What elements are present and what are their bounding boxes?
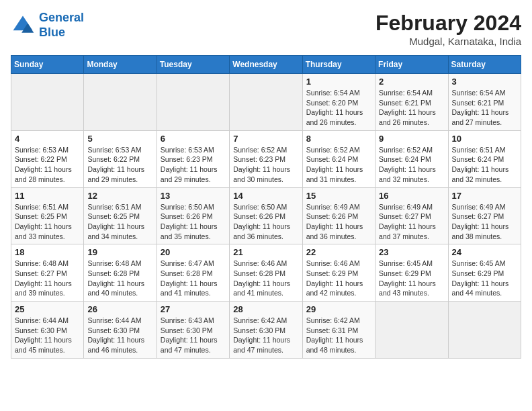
calendar-cell: 1Sunrise: 6:54 AMSunset: 6:20 PMDaylight… (302, 74, 375, 131)
logo-line1: General (39, 11, 84, 24)
day-info: Sunrise: 6:49 AMSunset: 6:26 PMDaylight:… (306, 202, 371, 242)
day-number: 9 (379, 134, 444, 144)
calendar-cell (11, 74, 84, 131)
calendar-cell: 21Sunrise: 6:46 AMSunset: 6:28 PMDayligh… (230, 244, 302, 302)
day-number: 13 (161, 191, 226, 201)
day-number: 3 (452, 77, 517, 87)
day-number: 20 (161, 247, 226, 257)
calendar-cell: 25Sunrise: 6:44 AMSunset: 6:30 PMDayligh… (11, 302, 84, 359)
day-number: 16 (379, 191, 444, 201)
day-info: Sunrise: 6:46 AMSunset: 6:28 PMDaylight:… (233, 259, 298, 298)
day-info: Sunrise: 6:43 AMSunset: 6:30 PMDaylight:… (161, 316, 226, 355)
day-info: Sunrise: 6:53 AMSunset: 6:23 PMDaylight:… (161, 145, 226, 185)
calendar-header-row: SundayMondayTuesdayWednesdayThursdayFrid… (11, 56, 521, 74)
calendar-cell: 2Sunrise: 6:54 AMSunset: 6:21 PMDaylight… (375, 74, 448, 131)
day-info: Sunrise: 6:44 AMSunset: 6:30 PMDaylight:… (87, 316, 152, 355)
header-wednesday: Wednesday (230, 56, 302, 74)
day-number: 17 (452, 191, 517, 201)
day-info: Sunrise: 6:54 AMSunset: 6:21 PMDaylight:… (379, 88, 444, 128)
day-info: Sunrise: 6:50 AMSunset: 6:26 PMDaylight:… (233, 202, 298, 242)
day-info: Sunrise: 6:51 AMSunset: 6:24 PMDaylight:… (452, 145, 517, 185)
day-number: 18 (15, 247, 80, 257)
day-info: Sunrise: 6:51 AMSunset: 6:25 PMDaylight:… (87, 202, 152, 242)
calendar-week-0: 1Sunrise: 6:54 AMSunset: 6:20 PMDaylight… (11, 74, 521, 131)
calendar-cell: 18Sunrise: 6:48 AMSunset: 6:27 PMDayligh… (11, 244, 84, 302)
day-number: 23 (379, 247, 444, 257)
calendar-cell: 8Sunrise: 6:52 AMSunset: 6:24 PMDaylight… (302, 130, 375, 187)
calendar-cell (230, 74, 302, 131)
day-info: Sunrise: 6:53 AMSunset: 6:22 PMDaylight:… (87, 145, 152, 185)
day-number: 12 (87, 191, 152, 201)
day-number: 26 (87, 304, 152, 314)
calendar-cell: 7Sunrise: 6:52 AMSunset: 6:23 PMDaylight… (230, 130, 302, 187)
day-info: Sunrise: 6:45 AMSunset: 6:29 PMDaylight:… (379, 259, 444, 298)
day-number: 11 (15, 191, 80, 201)
day-number: 19 (87, 247, 152, 257)
day-number: 27 (161, 304, 226, 314)
calendar-cell (157, 74, 229, 131)
day-info: Sunrise: 6:45 AMSunset: 6:29 PMDaylight:… (452, 259, 517, 298)
calendar-cell: 4Sunrise: 6:53 AMSunset: 6:22 PMDaylight… (11, 130, 84, 187)
calendar-cell: 20Sunrise: 6:47 AMSunset: 6:28 PMDayligh… (157, 244, 229, 302)
calendar-cell: 19Sunrise: 6:48 AMSunset: 6:28 PMDayligh… (84, 244, 157, 302)
day-number: 10 (452, 134, 517, 144)
day-info: Sunrise: 6:52 AMSunset: 6:24 PMDaylight:… (379, 145, 444, 185)
calendar-table: SundayMondayTuesdayWednesdayThursdayFrid… (11, 55, 521, 359)
location-subtitle: Mudgal, Karnataka, India (375, 36, 521, 47)
calendar-week-4: 25Sunrise: 6:44 AMSunset: 6:30 PMDayligh… (11, 302, 521, 359)
calendar-cell: 12Sunrise: 6:51 AMSunset: 6:25 PMDayligh… (84, 187, 157, 244)
header-saturday: Saturday (448, 56, 521, 74)
day-number: 14 (233, 191, 298, 201)
day-info: Sunrise: 6:54 AMSunset: 6:21 PMDaylight:… (452, 88, 517, 128)
day-number: 6 (161, 134, 226, 144)
calendar-cell: 9Sunrise: 6:52 AMSunset: 6:24 PMDaylight… (375, 130, 448, 187)
calendar-week-2: 11Sunrise: 6:51 AMSunset: 6:25 PMDayligh… (11, 187, 521, 244)
calendar-cell: 24Sunrise: 6:45 AMSunset: 6:29 PMDayligh… (448, 244, 521, 302)
calendar-cell: 23Sunrise: 6:45 AMSunset: 6:29 PMDayligh… (375, 244, 448, 302)
day-number: 21 (233, 247, 298, 257)
day-number: 22 (306, 247, 371, 257)
calendar-week-3: 18Sunrise: 6:48 AMSunset: 6:27 PMDayligh… (11, 244, 521, 302)
day-number: 25 (15, 304, 80, 314)
day-info: Sunrise: 6:51 AMSunset: 6:25 PMDaylight:… (15, 202, 80, 242)
day-number: 2 (379, 77, 444, 87)
month-title: February 2024 (375, 11, 521, 36)
day-info: Sunrise: 6:47 AMSunset: 6:28 PMDaylight:… (161, 259, 226, 298)
day-info: Sunrise: 6:53 AMSunset: 6:22 PMDaylight:… (15, 145, 80, 185)
calendar-cell: 13Sunrise: 6:50 AMSunset: 6:26 PMDayligh… (157, 187, 229, 244)
calendar-cell (84, 74, 157, 131)
calendar-cell: 27Sunrise: 6:43 AMSunset: 6:30 PMDayligh… (157, 302, 229, 359)
day-info: Sunrise: 6:46 AMSunset: 6:29 PMDaylight:… (306, 259, 371, 298)
day-number: 5 (87, 134, 152, 144)
day-info: Sunrise: 6:54 AMSunset: 6:20 PMDaylight:… (306, 88, 371, 128)
calendar-cell: 10Sunrise: 6:51 AMSunset: 6:24 PMDayligh… (448, 130, 521, 187)
day-info: Sunrise: 6:48 AMSunset: 6:27 PMDaylight:… (15, 259, 80, 298)
calendar-cell: 28Sunrise: 6:42 AMSunset: 6:30 PMDayligh… (230, 302, 302, 359)
header-tuesday: Tuesday (157, 56, 229, 74)
day-number: 29 (306, 304, 371, 314)
day-info: Sunrise: 6:52 AMSunset: 6:23 PMDaylight:… (233, 145, 298, 185)
calendar-cell: 26Sunrise: 6:44 AMSunset: 6:30 PMDayligh… (84, 302, 157, 359)
header-thursday: Thursday (302, 56, 375, 74)
day-number: 15 (306, 191, 371, 201)
day-number: 28 (233, 304, 298, 314)
calendar-cell: 17Sunrise: 6:49 AMSunset: 6:27 PMDayligh… (448, 187, 521, 244)
day-info: Sunrise: 6:48 AMSunset: 6:28 PMDaylight:… (87, 259, 152, 298)
calendar-week-1: 4Sunrise: 6:53 AMSunset: 6:22 PMDaylight… (11, 130, 521, 187)
day-info: Sunrise: 6:44 AMSunset: 6:30 PMDaylight:… (15, 316, 80, 355)
calendar-cell (375, 302, 448, 359)
calendar-cell: 3Sunrise: 6:54 AMSunset: 6:21 PMDaylight… (448, 74, 521, 131)
header-monday: Monday (84, 56, 157, 74)
logo: General Blue (11, 11, 84, 40)
day-number: 1 (306, 77, 371, 87)
title-block: February 2024 Mudgal, Karnataka, India (375, 11, 521, 47)
calendar-cell: 29Sunrise: 6:42 AMSunset: 6:31 PMDayligh… (302, 302, 375, 359)
day-number: 24 (452, 247, 517, 257)
day-number: 8 (306, 134, 371, 144)
day-info: Sunrise: 6:42 AMSunset: 6:30 PMDaylight:… (233, 316, 298, 355)
calendar-cell: 15Sunrise: 6:49 AMSunset: 6:26 PMDayligh… (302, 187, 375, 244)
calendar-cell: 22Sunrise: 6:46 AMSunset: 6:29 PMDayligh… (302, 244, 375, 302)
page-header: General Blue February 2024 Mudgal, Karna… (11, 11, 521, 47)
calendar-cell: 6Sunrise: 6:53 AMSunset: 6:23 PMDaylight… (157, 130, 229, 187)
header-friday: Friday (375, 56, 448, 74)
